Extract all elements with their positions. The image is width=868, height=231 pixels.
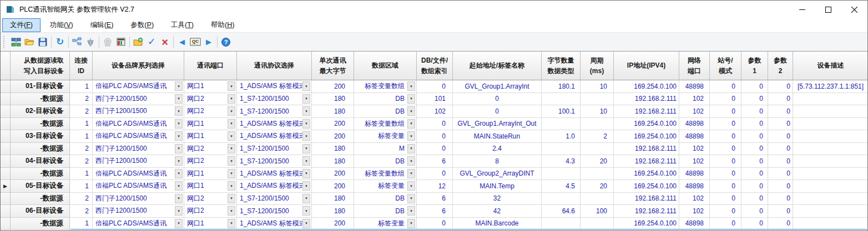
cell-brand-combo[interactable]: 西门子1200/1500▾: [93, 193, 184, 206]
cell-desc[interactable]: [793, 105, 867, 118]
cell-id[interactable]: 2: [70, 205, 93, 218]
cell-p1[interactable]: 0: [741, 130, 768, 143]
row-header-label[interactable]: -数据源: [11, 193, 70, 206]
cell-id[interactable]: 1: [70, 80, 93, 93]
cell-db[interactable]: 0: [417, 168, 453, 181]
cell-brand-combo[interactable]: 西门子1200/1500▾: [93, 205, 184, 218]
cell-p1[interactable]: 0: [741, 80, 768, 93]
chevron-down-icon[interactable]: ▾: [228, 94, 235, 104]
cell-maxbytes[interactable]: 200: [312, 80, 354, 93]
cell-netport[interactable]: 102: [679, 205, 710, 218]
cell-p2[interactable]: 0: [768, 180, 793, 193]
cell-desc[interactable]: [793, 193, 867, 206]
cell-bytes[interactable]: 4.5: [542, 180, 581, 193]
qc-icon[interactable]: QC: [189, 35, 202, 49]
cell-bytes[interactable]: [542, 193, 581, 206]
cell-id[interactable]: 1: [70, 168, 93, 181]
cell-proto-combo[interactable]: 1_S7-1200/1500▾: [237, 193, 312, 206]
cell-p1[interactable]: 0: [741, 218, 768, 230]
cell-bytes[interactable]: [542, 218, 581, 230]
cell-netport[interactable]: 102: [679, 143, 710, 156]
help-icon[interactable]: ?: [219, 35, 233, 49]
maximize-button[interactable]: [815, 1, 841, 18]
cell-area-combo[interactable]: DB▾: [354, 105, 417, 118]
chevron-down-icon[interactable]: ▾: [302, 219, 310, 228]
cell-brand-combo[interactable]: 倍福PLC ADS/AMS通讯▾: [93, 218, 184, 230]
cell-brand-combo[interactable]: 西门子1200/1500▾: [93, 143, 184, 156]
cell-area-combo[interactable]: 标签变量▾: [354, 218, 417, 230]
cell-area-combo[interactable]: 标签变量▾: [354, 180, 417, 193]
cell-desc[interactable]: [5.73.112.237.1.1:851]: [793, 80, 867, 93]
chevron-down-icon[interactable]: ▾: [407, 94, 415, 104]
chevron-down-icon[interactable]: ▾: [302, 131, 310, 141]
cell-addr[interactable]: MAIN.StateRun: [453, 130, 542, 143]
row-selector[interactable]: [1, 168, 11, 181]
cell-cycle[interactable]: 20: [581, 180, 614, 193]
cell-db[interactable]: 12: [417, 180, 453, 193]
row-header-label[interactable]: 01-目标设备: [11, 80, 70, 93]
menu-item-edit[interactable]: 编辑(E): [83, 18, 122, 32]
cell-area-combo[interactable]: DB▾: [354, 155, 417, 168]
cell-addr[interactable]: 42: [453, 205, 542, 218]
menu-item-file[interactable]: 文件(F): [2, 18, 41, 32]
cell-maxbytes[interactable]: 180: [312, 205, 354, 218]
chevron-down-icon[interactable]: ▾: [302, 94, 310, 104]
sync-devices-icon[interactable]: [9, 35, 23, 49]
cell-proto-combo[interactable]: 1_ADS/AMS 标签模式▾: [237, 180, 312, 193]
cell-p2[interactable]: 0: [768, 105, 793, 118]
row-selector[interactable]: [1, 218, 11, 230]
chevron-down-icon[interactable]: ▾: [302, 119, 310, 129]
chevron-down-icon[interactable]: ▾: [302, 81, 310, 91]
row-selector[interactable]: [1, 118, 11, 131]
cell-cycle[interactable]: 20: [581, 155, 614, 168]
cell-bytes[interactable]: [542, 168, 581, 181]
prev-icon[interactable]: ◀: [175, 35, 189, 49]
cell-brand-combo[interactable]: 倍福PLC ADS/AMS通讯▾: [93, 168, 184, 181]
cell-station[interactable]: 0: [710, 218, 741, 230]
cell-maxbytes[interactable]: 180: [312, 105, 354, 118]
menu-item-tools[interactable]: 工具(T): [163, 18, 201, 32]
cell-cycle[interactable]: [581, 193, 614, 206]
cell-addr[interactable]: 2.4: [453, 143, 542, 156]
cell-p1[interactable]: 0: [741, 205, 768, 218]
cell-port-combo[interactable]: 网口1▾: [184, 168, 237, 181]
cell-ip[interactable]: 169.254.0.100: [614, 80, 679, 93]
chevron-down-icon[interactable]: ▾: [302, 156, 310, 166]
cell-area-combo[interactable]: 标签变量数组▾: [354, 80, 417, 93]
cell-id[interactable]: 1: [70, 218, 93, 230]
cell-db[interactable]: 6: [417, 155, 453, 168]
cell-ip[interactable]: 192.168.2.111: [614, 93, 679, 106]
cell-p1[interactable]: 0: [741, 155, 768, 168]
cell-p2[interactable]: 0: [768, 80, 793, 93]
chevron-down-icon[interactable]: ▾: [175, 219, 183, 228]
current-row-marker-icon[interactable]: ▶: [1, 180, 11, 193]
cell-desc[interactable]: [793, 168, 867, 181]
cell-p2[interactable]: 0: [768, 218, 793, 230]
chevron-down-icon[interactable]: ▾: [407, 106, 415, 116]
cell-proto-combo[interactable]: 1_S7-1200/1500▾: [237, 143, 312, 156]
cell-netport[interactable]: 102: [679, 155, 710, 168]
cell-port-combo[interactable]: 网口1▾: [184, 218, 237, 230]
cell-desc[interactable]: [793, 155, 867, 168]
cell-area-combo[interactable]: 标签变量数组▾: [354, 168, 417, 181]
chevron-down-icon[interactable]: ▾: [175, 181, 183, 191]
cell-id[interactable]: 1: [70, 130, 93, 143]
cell-p1[interactable]: 0: [741, 168, 768, 181]
cell-p1[interactable]: 0: [741, 180, 768, 193]
chevron-down-icon[interactable]: ▾: [407, 119, 415, 129]
chevron-down-icon[interactable]: ▾: [228, 106, 235, 116]
chevron-down-icon[interactable]: ▾: [228, 131, 235, 141]
cell-db[interactable]: 102: [417, 105, 453, 118]
chevron-down-icon[interactable]: ▾: [407, 156, 415, 166]
cell-bytes[interactable]: 64.6: [542, 205, 581, 218]
cell-bytes[interactable]: 4.3: [542, 155, 581, 168]
toolbar-grip-handle[interactable]: [3, 36, 7, 48]
cell-netport[interactable]: 48898: [679, 130, 710, 143]
cell-cycle[interactable]: 10: [581, 105, 614, 118]
cell-netport[interactable]: 102: [679, 105, 710, 118]
row-header-label[interactable]: 02-目标设备: [11, 105, 70, 118]
chevron-down-icon[interactable]: ▾: [228, 206, 235, 215]
chevron-down-icon[interactable]: ▾: [175, 106, 183, 116]
cell-proto-combo[interactable]: 1_ADS/AMS 标签模式▾: [237, 130, 312, 143]
cell-db[interactable]: 6: [417, 205, 453, 218]
